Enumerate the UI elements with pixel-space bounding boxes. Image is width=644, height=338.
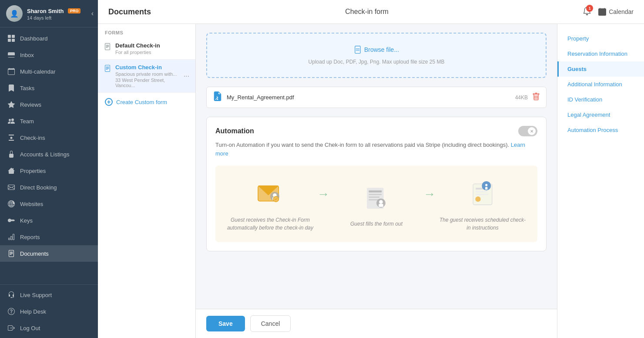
- sidebar-item-properties[interactable]: Properties: [0, 162, 98, 179]
- sidebar-item-keys[interactable]: Keys: [0, 212, 98, 229]
- automation-card: Automation Turn-on Automation if you wan…: [206, 117, 547, 251]
- websites-icon: [7, 199, 16, 208]
- grid-icon: [7, 34, 16, 43]
- create-custom-form-button[interactable]: + Create Custom form: [98, 93, 195, 111]
- flow-arrow-1: →: [317, 187, 329, 201]
- sidebar-item-tasks[interactable]: Tasks: [0, 80, 98, 96]
- sidebar-item-label: Accounts & Listings: [20, 151, 69, 158]
- svg-rect-3: [12, 39, 15, 42]
- sidebar-footer: Live Support Help Desk Log Out: [0, 284, 98, 338]
- sidebar-collapse-button[interactable]: ‹: [91, 10, 94, 17]
- svg-rect-23: [476, 194, 488, 195]
- days-left: 14 days left: [27, 15, 80, 20]
- right-nav-additional-information[interactable]: Additional Information: [557, 77, 644, 92]
- upload-area: Browse file... Upload up Doc, PDF, Jpg, …: [206, 33, 547, 78]
- sidebar-item-direct-booking[interactable]: Direct Booking: [0, 179, 98, 196]
- right-sidebar: Property Reservation Information Guests …: [557, 24, 644, 338]
- svg-rect-27: [485, 187, 487, 189]
- sidebar-item-websites[interactable]: Websites: [0, 196, 98, 212]
- form-content: Browse file... Upload up Doc, PDF, Jpg, …: [196, 24, 557, 309]
- form-item-subtitle: Spacious private room with...: [115, 71, 184, 77]
- sidebar-nav: Dashboard Inbox Multi-calendar Tasks Rev…: [0, 27, 98, 284]
- properties-icon: [7, 166, 16, 175]
- sidebar-item-label: Documents: [20, 250, 49, 257]
- sidebar-item-label: Check-ins: [20, 135, 45, 141]
- sidebar-item-label: Live Support: [20, 292, 52, 298]
- avatar-image: 👤: [6, 5, 23, 22]
- automation-header: Automation: [215, 126, 537, 136]
- browse-file-button[interactable]: Browse file...: [354, 46, 399, 54]
- automation-description: Turn-on Automation if you want to send t…: [215, 141, 537, 158]
- sidebar-item-multi-calendar[interactable]: Multi-calendar: [0, 63, 98, 80]
- sidebar-item-reports[interactable]: Reports: [0, 229, 98, 245]
- sidebar-item-label: Websites: [20, 201, 43, 207]
- form-item-menu-button[interactable]: ···: [184, 72, 189, 80]
- topbar: Documents Check-in form 1 Calendar: [98, 0, 644, 24]
- calendar-button[interactable]: Calendar: [598, 8, 634, 16]
- documents-icon: [7, 249, 16, 258]
- sidebar-item-accounts-listings[interactable]: Accounts & Listings: [0, 146, 98, 162]
- topbar-right: 1 Calendar: [583, 7, 634, 17]
- svg-rect-12: [369, 190, 382, 192]
- flow-diagram: Guest receives the Check-in Form automat…: [215, 166, 537, 242]
- sidebar-item-label: Dashboard: [20, 35, 48, 42]
- middle-content: FORMS Default Check-in For all propertie…: [98, 24, 644, 338]
- form-item-default-check-in[interactable]: Default Check-in For all properties: [98, 38, 195, 60]
- form-item-subtitle: For all properties: [115, 50, 189, 55]
- right-nav-legal-agreement[interactable]: Legal Agreement: [557, 107, 644, 122]
- flow-step-1-text: Guest receives the Check-in Form automat…: [227, 216, 314, 232]
- cancel-button[interactable]: Cancel: [250, 315, 291, 332]
- clipboard-icon: [359, 180, 394, 215]
- right-nav-id-verification[interactable]: ID Verification: [557, 92, 644, 107]
- sidebar-item-label: Inbox: [20, 52, 34, 58]
- sidebar-item-live-support[interactable]: Live Support: [0, 287, 98, 303]
- flow-arrow-2: →: [423, 187, 436, 201]
- right-nav-property[interactable]: Property: [557, 31, 644, 46]
- tasks-icon: [7, 84, 16, 92]
- notification-badge: 1: [586, 5, 593, 12]
- sidebar-item-help-desk[interactable]: Help Desk: [0, 303, 98, 320]
- envelope-icon: [253, 176, 288, 211]
- main-wrapper: Documents Check-in form 1 Calendar FORMS: [98, 0, 644, 338]
- svg-point-24: [475, 196, 480, 202]
- team-icon: [7, 117, 16, 125]
- calendar-label: Calendar: [609, 8, 634, 15]
- form-item-content: Default Check-in For all properties: [115, 42, 189, 55]
- sidebar-item-log-out[interactable]: Log Out: [0, 320, 98, 336]
- automation-toggle[interactable]: [518, 126, 537, 136]
- file-delete-button[interactable]: [532, 93, 540, 102]
- svg-rect-0: [8, 35, 11, 38]
- sidebar-item-documents[interactable]: Documents: [0, 245, 98, 262]
- form-document-icon: [104, 43, 111, 52]
- sidebar-item-dashboard[interactable]: Dashboard: [0, 30, 98, 47]
- form-item-title: Custom Check-in: [115, 64, 184, 71]
- form-document-icon: [104, 65, 111, 74]
- svg-rect-2: [8, 39, 11, 42]
- file-name: My_Rental_Agreement.pdf: [227, 94, 511, 101]
- sidebar-item-check-ins[interactable]: Check-ins: [0, 129, 98, 146]
- user-name: Sharon Smith: [27, 8, 64, 14]
- create-form-icon: +: [105, 98, 113, 106]
- sidebar-item-reviews[interactable]: Reviews: [0, 96, 98, 113]
- save-button[interactable]: Save: [206, 316, 245, 331]
- right-nav-automation-process[interactable]: Automation Process: [557, 122, 644, 138]
- svg-rect-22: [476, 191, 487, 193]
- form-title: Check-in form: [151, 8, 583, 16]
- notification-button[interactable]: 1: [583, 7, 591, 17]
- form-item-custom-check-in[interactable]: Custom Check-in Spacious private room wi…: [98, 60, 195, 93]
- sidebar-item-team[interactable]: Team: [0, 113, 98, 129]
- sidebar-item-label: Properties: [20, 168, 46, 174]
- file-size: 44KB: [515, 95, 528, 101]
- browse-file-label: Browse file...: [364, 46, 399, 53]
- sidebar-item-label: Reports: [20, 234, 40, 240]
- logout-icon: [7, 324, 16, 332]
- support-icon: [7, 291, 16, 299]
- sidebar-item-inbox[interactable]: Inbox: [0, 47, 98, 63]
- right-nav-guests[interactable]: Guests: [557, 61, 644, 77]
- right-nav-reservation-information[interactable]: Reservation Information: [557, 46, 644, 61]
- keys-icon: [7, 216, 16, 225]
- inbox-icon: [7, 51, 16, 59]
- upload-hint: Upload up Doc, PDF, Jpg, Png. Max uploud…: [219, 59, 533, 65]
- sidebar-item-label: Help Desk: [20, 308, 46, 315]
- main-inner: FORMS Default Check-in For all propertie…: [98, 24, 644, 338]
